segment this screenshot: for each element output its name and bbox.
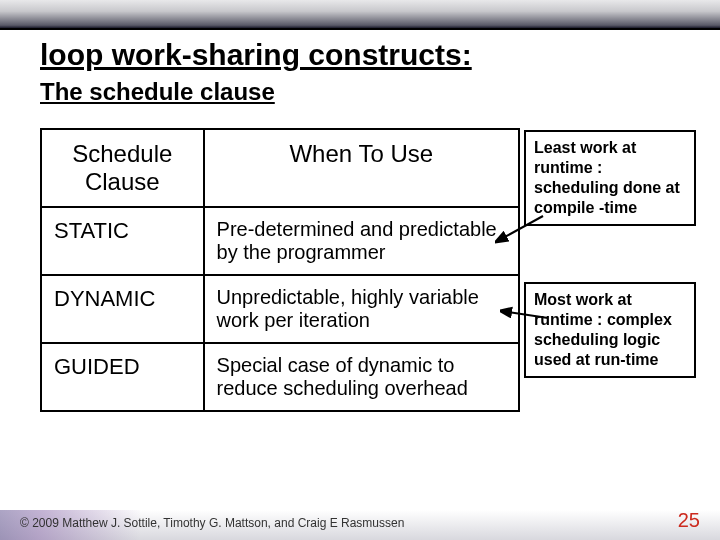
cell-clause-static: STATIC xyxy=(41,207,204,275)
top-decoration-bar xyxy=(0,0,720,28)
callout-box-most-work: Most work at runtime : complex schedulin… xyxy=(524,282,696,378)
header-when-to-use: When To Use xyxy=(204,129,519,207)
slide-title: loop work-sharing constructs: xyxy=(40,38,472,72)
table-row: DYNAMIC Unpredictable, highly variable w… xyxy=(41,275,519,343)
cell-clause-guided: GUIDED xyxy=(41,343,204,411)
table-header-row: Schedule Clause When To Use xyxy=(41,129,519,207)
callout-box-least-work: Least work at runtime : scheduling done … xyxy=(524,130,696,226)
page-number: 25 xyxy=(678,509,700,532)
schedule-table: Schedule Clause When To Use STATIC Pre-d… xyxy=(40,128,520,412)
cell-use-guided: Special case of dynamic to reduce schedu… xyxy=(204,343,519,411)
cell-use-static: Pre-determined and predictable by the pr… xyxy=(204,207,519,275)
header-schedule-clause: Schedule Clause xyxy=(41,129,204,207)
cell-use-dynamic: Unpredictable, highly variable work per … xyxy=(204,275,519,343)
table-row: STATIC Pre-determined and predictable by… xyxy=(41,207,519,275)
footer-copyright: © 2009 Matthew J. Sottile, Timothy G. Ma… xyxy=(20,516,404,530)
table-row: GUIDED Special case of dynamic to reduce… xyxy=(41,343,519,411)
slide-subtitle: The schedule clause xyxy=(40,78,275,106)
slide: loop work-sharing constructs: The schedu… xyxy=(0,0,720,540)
schedule-table-container: Schedule Clause When To Use STATIC Pre-d… xyxy=(40,128,520,412)
cell-clause-dynamic: DYNAMIC xyxy=(41,275,204,343)
